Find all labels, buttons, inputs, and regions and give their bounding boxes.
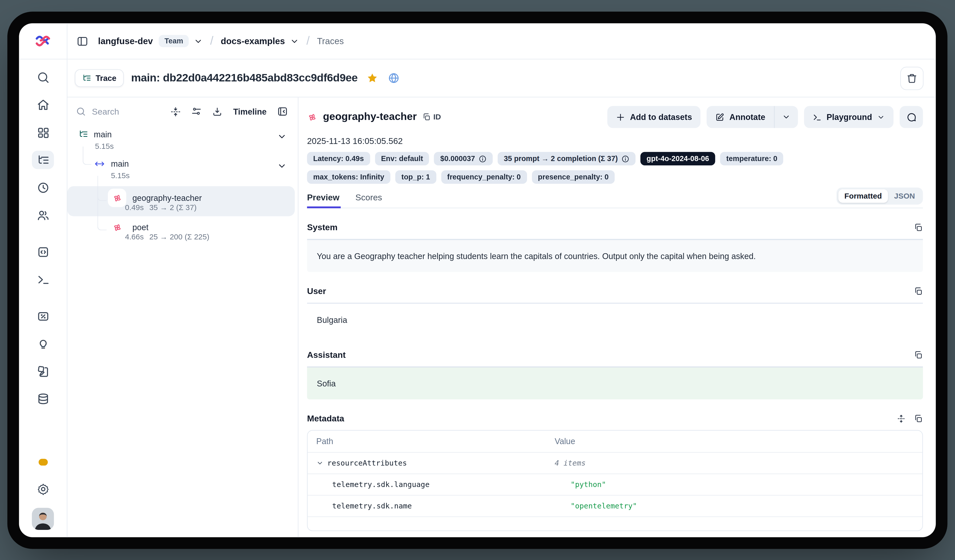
status-dot <box>38 459 47 466</box>
sidebar-toggle-icon[interactable] <box>75 34 89 48</box>
datasets-database-icon[interactable] <box>32 389 54 408</box>
chevron-down-icon[interactable] <box>277 132 287 141</box>
comments-button[interactable] <box>900 106 923 128</box>
langfuse-logo-icon <box>36 34 50 48</box>
max-tokens-badge: max_tokens: Infinity <box>307 170 390 184</box>
tree-node-trace-main[interactable]: main <box>78 129 111 139</box>
evaluators-percent-icon[interactable] <box>32 307 54 325</box>
org-chevron-down-icon[interactable] <box>194 36 203 46</box>
system-section-header: System <box>307 222 923 232</box>
timeline-toggle[interactable]: Timeline <box>233 107 266 116</box>
project-name[interactable]: docs-examples <box>221 36 285 46</box>
tree-node-label: geography-teacher <box>132 193 202 202</box>
metadata-path: telemetry.sdk.name <box>332 502 412 510</box>
copy-icon[interactable] <box>914 350 923 360</box>
tree-toolbar: Timeline <box>67 97 298 123</box>
model-badge[interactable]: gpt-4o-2024-08-06 <box>640 152 715 166</box>
annotate-button[interactable]: Annotate <box>707 106 774 128</box>
metadata-path: resourceAttributes <box>327 459 407 468</box>
logo-cell[interactable] <box>19 23 67 59</box>
tree-search-input[interactable] <box>91 106 136 117</box>
users-icon[interactable] <box>32 206 54 224</box>
env-badge: Env: default <box>375 152 429 166</box>
top-bar: langfuse-dev Team / docs-examples / Trac… <box>19 23 936 59</box>
generation-icon <box>307 112 318 122</box>
breadcrumb-page[interactable]: Traces <box>317 36 344 46</box>
playground-button[interactable]: Playground <box>804 106 894 128</box>
chevron-down-icon[interactable] <box>277 161 287 171</box>
active-tab-underline <box>307 206 341 208</box>
copy-icon[interactable] <box>914 286 923 296</box>
generation-icon <box>108 189 126 207</box>
user-avatar[interactable] <box>32 508 54 530</box>
metadata-value: "python" <box>562 474 615 495</box>
dashboard-grid-icon[interactable] <box>32 123 54 141</box>
collapse-panel-icon[interactable] <box>277 106 288 117</box>
assistant-message-content: Sofia <box>307 366 923 399</box>
bookmark-star-icon[interactable] <box>365 71 379 85</box>
public-globe-icon[interactable] <box>386 71 401 85</box>
collapse-all-icon[interactable] <box>171 106 181 117</box>
section-title: Assistant <box>307 350 346 360</box>
tree-node-stats: 4.66s25 → 200 (Σ 225) <box>125 233 210 241</box>
annotation-clipboard-pen-icon[interactable] <box>32 362 54 380</box>
metadata-row-partial <box>308 517 922 531</box>
delete-trace-button[interactable] <box>900 66 924 89</box>
download-icon[interactable] <box>213 106 223 117</box>
prompts-file-code-icon[interactable] <box>32 242 54 261</box>
lightbulb-icon[interactable] <box>32 334 54 353</box>
breadcrumb-separator: / <box>210 34 213 48</box>
observation-tree: main 5.15s main 5.15s <box>67 123 298 537</box>
metadata-row-resource-attributes[interactable]: resourceAttributes 4 items <box>308 453 922 474</box>
chevron-down-icon[interactable] <box>316 460 324 467</box>
trace-tree-icon <box>78 129 88 139</box>
copy-id-button[interactable]: ID <box>422 113 441 122</box>
format-json-option[interactable]: JSON <box>888 189 921 203</box>
sessions-clock-icon[interactable] <box>32 178 54 197</box>
trace-type-pill: Trace <box>75 69 124 87</box>
settings-gear-icon[interactable] <box>32 480 54 498</box>
annotate-dropdown-chevron[interactable] <box>775 106 798 128</box>
frequency-penalty-badge: frequency_penalty: 0 <box>441 170 527 184</box>
format-formatted-option[interactable]: Formatted <box>838 189 888 203</box>
add-to-datasets-button[interactable]: Add to datasets <box>607 106 700 128</box>
metadata-row-sdk-name[interactable]: telemetry.sdk.name "opentelemetry" <box>308 496 922 517</box>
copy-icon[interactable] <box>914 222 923 232</box>
playground-terminal-icon[interactable] <box>32 270 54 288</box>
expand-rows-icon[interactable] <box>897 414 906 423</box>
breadcrumb-separator: / <box>307 34 310 48</box>
id-label: ID <box>433 113 441 122</box>
display-settings-icon[interactable] <box>191 106 202 117</box>
tree-node-span-main[interactable]: main <box>94 159 129 169</box>
tokens-badge[interactable]: 35 prompt → 2 completion (Σ 37) <box>498 152 636 166</box>
top-p-badge: top_p: 1 <box>395 170 436 184</box>
cost-badge[interactable]: $0.000037 <box>434 152 493 166</box>
tree-search[interactable] <box>76 106 160 117</box>
copy-icon[interactable] <box>914 414 923 423</box>
tree-connector <box>97 176 107 230</box>
breadcrumb: langfuse-dev Team / docs-examples / Trac… <box>67 23 936 59</box>
tree-connector <box>83 147 91 165</box>
metadata-path: telemetry.sdk.language <box>332 480 429 489</box>
tab-preview[interactable]: Preview <box>307 192 339 202</box>
temperature-badge: temperature: 0 <box>720 152 783 166</box>
traces-tree-icon[interactable] <box>32 150 54 169</box>
project-chevron-down-icon[interactable] <box>290 36 299 46</box>
search-icon[interactable] <box>32 68 54 86</box>
section-title: System <box>307 222 338 232</box>
home-icon[interactable] <box>32 95 54 114</box>
latency-badge: Latency: 0.49s <box>307 152 370 166</box>
path-column-header: Path <box>308 430 546 452</box>
tab-scores[interactable]: Scores <box>355 192 382 202</box>
generation-icon <box>108 218 126 236</box>
metadata-row-sdk-language[interactable]: telemetry.sdk.language "python" <box>308 474 922 496</box>
metadata-value: "opentelemetry" <box>562 496 645 516</box>
org-name[interactable]: langfuse-dev <box>98 36 153 46</box>
search-icon <box>76 107 86 116</box>
trace-type-label: Trace <box>96 74 116 83</box>
section-title: User <box>307 286 326 296</box>
user-message-content: Bulgaria <box>307 303 923 336</box>
annotate-split-button: Annotate <box>707 106 798 128</box>
system-message-content: You are a Geography teacher helping stud… <box>307 239 923 272</box>
observation-detail-panel: geography-teacher ID Add to datasets <box>299 97 936 537</box>
